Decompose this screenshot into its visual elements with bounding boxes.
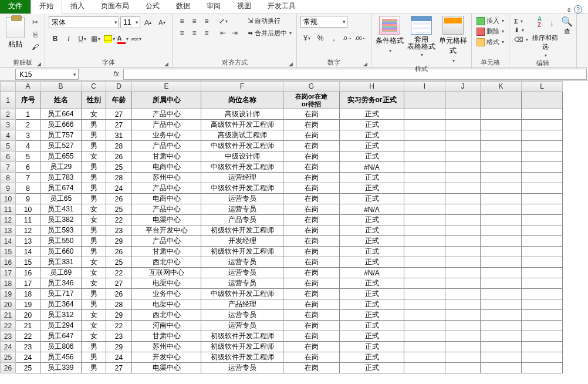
cell[interactable]: 31 [106, 130, 132, 141]
row-header[interactable]: 2 [1, 109, 16, 120]
fx-icon[interactable]: fx [109, 68, 123, 80]
format-cells-button[interactable]: 格式▾ [475, 37, 505, 47]
decrease-decimal-button[interactable]: .00← [354, 32, 367, 45]
border-button[interactable]: ▦▾ [89, 32, 102, 45]
cell[interactable]: 运营专员 [201, 363, 283, 373]
cell[interactable]: 运营专员 [201, 257, 283, 268]
cell[interactable]: 男 [82, 194, 106, 204]
cell[interactable]: 员工382 [40, 215, 82, 225]
row-header[interactable]: 3 [1, 120, 16, 130]
cell[interactable]: 电渠中心 [132, 215, 201, 225]
spreadsheet-grid[interactable]: ABCDEFGHIJKL1序号姓名性别年龄所属中心岗位名称在岗or在途 or待招… [0, 81, 588, 384]
cell[interactable]: 正式 [340, 321, 404, 331]
dialog-launcher-icon[interactable]: ◢ [363, 61, 367, 67]
column-header[interactable]: G [283, 82, 340, 92]
cell[interactable]: 正式 [340, 247, 404, 257]
cell[interactable]: 19 [16, 299, 40, 310]
cell[interactable]: 正式 [340, 120, 404, 130]
cell[interactable]: 2 [16, 120, 40, 130]
cell[interactable]: 女 [82, 204, 106, 215]
cell[interactable]: 8 [16, 183, 40, 194]
cell[interactable]: 正式 [340, 215, 404, 225]
cell[interactable]: 男 [82, 162, 106, 173]
cell[interactable]: 中级软件开发工程师 [201, 162, 283, 173]
dialog-launcher-icon[interactable]: ◢ [37, 61, 41, 67]
merge-center-button[interactable]: ⬌合并后居中▾ [246, 28, 293, 38]
cell[interactable] [404, 299, 445, 310]
cell[interactable]: 西北中心 [132, 310, 201, 321]
row-header[interactable]: 1 [1, 92, 16, 109]
cell[interactable]: 17 [16, 278, 40, 289]
cell[interactable]: #N/A [340, 268, 404, 278]
cell[interactable]: 在岗 [283, 162, 340, 173]
cell[interactable]: 运营专员 [201, 310, 283, 321]
cell[interactable]: 开发中心 [132, 352, 201, 363]
name-box[interactable]: K15▾ [15, 69, 79, 80]
cell[interactable]: 产品中心 [132, 204, 201, 215]
cell[interactable]: 3 [16, 130, 40, 141]
cell[interactable]: 女 [82, 331, 106, 342]
sort-filter-button[interactable]: ↓排序和筛选▾ [532, 16, 559, 58]
row-header[interactable]: 21 [1, 310, 16, 321]
cell[interactable]: 运营专员 [201, 268, 283, 278]
cell[interactable]: 高级测试工程师 [201, 130, 283, 141]
increase-decimal-button[interactable]: .0→ [341, 32, 354, 45]
row-header[interactable]: 19 [1, 289, 16, 299]
cell[interactable]: 苏州中心 [132, 173, 201, 183]
cell[interactable]: 电渠中心 [132, 299, 201, 310]
cell[interactable]: 在岗 [283, 215, 340, 225]
cell[interactable]: 女 [82, 321, 106, 331]
cell[interactable]: 员工674 [40, 183, 82, 194]
column-header[interactable]: F [201, 82, 283, 92]
cell[interactable]: 员工456 [40, 352, 82, 363]
cell[interactable]: 女 [82, 257, 106, 268]
cell[interactable]: 男 [82, 247, 106, 257]
cell[interactable]: 26 [106, 289, 132, 299]
cell[interactable]: 在岗 [283, 352, 340, 363]
tab-data[interactable]: 数据 [168, 0, 198, 14]
cell[interactable]: #N/A [340, 162, 404, 173]
cell[interactable]: 16 [16, 268, 40, 278]
cell[interactable]: 中级软件开发工程师 [201, 289, 283, 299]
cell[interactable]: 25 [106, 257, 132, 268]
cell[interactable]: 运营专员 [201, 204, 283, 215]
cell[interactable]: 在岗 [283, 278, 340, 289]
cell[interactable]: 在岗 [283, 331, 340, 342]
cell[interactable]: 中级软件开发工程师 [201, 141, 283, 151]
cell[interactable]: 男 [82, 236, 106, 247]
cell[interactable]: 产品中心 [132, 141, 201, 151]
cell[interactable]: 男 [82, 342, 106, 352]
row-header[interactable]: 11 [1, 204, 16, 215]
cell[interactable] [404, 342, 445, 352]
cell[interactable]: 在岗 [283, 225, 340, 236]
cell[interactable]: 初级软件开发工程师 [201, 331, 283, 342]
cell[interactable]: 甘肃中心 [132, 247, 201, 257]
cell[interactable]: 员工29 [40, 162, 82, 173]
cell[interactable] [404, 162, 445, 173]
cell[interactable]: 在岗 [283, 289, 340, 299]
cell[interactable]: 女 [82, 215, 106, 225]
column-header[interactable]: D [106, 82, 132, 92]
cell[interactable]: 产品中心 [132, 236, 201, 247]
cell[interactable]: 正式 [340, 141, 404, 151]
format-painter-button[interactable]: 🖌 [29, 42, 41, 52]
format-as-table-button[interactable]: 套用 表格格式▾ [407, 16, 436, 58]
column-header[interactable]: A [16, 82, 40, 92]
tab-review[interactable]: 审阅 [198, 0, 229, 14]
wrap-text-button[interactable]: ⇲自动换行 [246, 16, 293, 26]
row-header[interactable]: 4 [1, 130, 16, 141]
column-header[interactable]: H [340, 82, 404, 92]
cell[interactable]: 正式 [340, 363, 404, 373]
cell[interactable]: 员工647 [40, 331, 82, 342]
cell[interactable] [404, 278, 445, 289]
decrease-font-button[interactable]: A▾ [156, 16, 168, 29]
cell[interactable]: 男 [82, 289, 106, 299]
cell[interactable]: 24 [16, 352, 40, 363]
cell[interactable]: 10 [16, 204, 40, 215]
cell[interactable] [404, 236, 445, 247]
cell[interactable] [404, 151, 445, 162]
cell[interactable]: 女 [82, 278, 106, 289]
cell[interactable]: 在岗 [283, 247, 340, 257]
cell[interactable]: 在岗 [283, 310, 340, 321]
cell[interactable]: 正式 [340, 109, 404, 120]
